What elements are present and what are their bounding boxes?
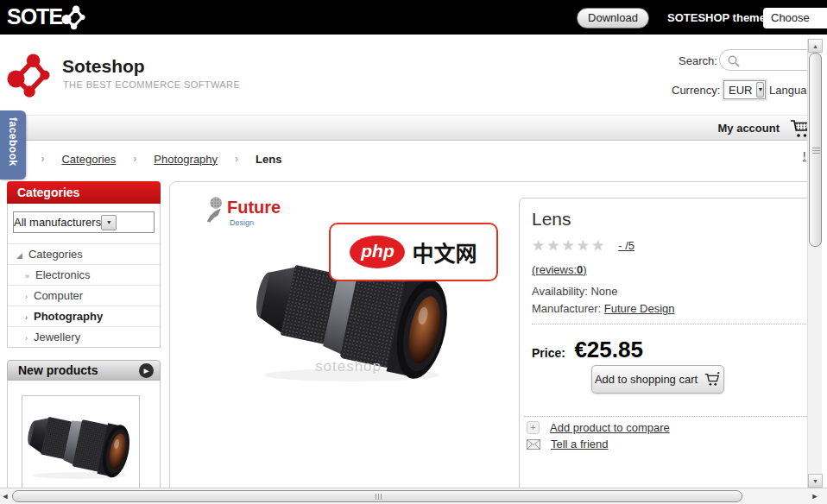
lens-thumbnail-image — [22, 396, 137, 493]
add-to-compare-link[interactable]: Add product to compare — [550, 421, 670, 434]
new-products-title: New products — [18, 363, 98, 377]
star-icon: ★ — [591, 236, 604, 255]
clipped-link-fragment[interactable]: ! — [803, 149, 806, 162]
star-icon: ★ — [577, 236, 590, 255]
tree-collapsed-icon: › — [25, 313, 28, 322]
envelope-icon — [527, 439, 540, 450]
chevron-down-icon[interactable]: ▼ — [101, 215, 117, 230]
breadcrumb-separator-icon: › — [133, 153, 136, 165]
tree-item-categories[interactable]: ◢Categories — [8, 243, 160, 264]
grip-line — [812, 153, 820, 154]
tree-item-computer[interactable]: ›Computer — [8, 285, 160, 306]
compare-row: + Add product to compare — [527, 421, 670, 434]
tree-item-photography[interactable]: ›Photography — [8, 306, 160, 326]
star-icon: ★ — [532, 236, 545, 255]
tree-expanded-icon: ◢ — [16, 251, 22, 260]
future-design-subtitle: Design — [230, 218, 254, 227]
add-to-cart-button[interactable]: Add to shopping cart — [591, 365, 724, 394]
tree-item-label: Photography — [34, 310, 103, 323]
currency-label: Currency: — [672, 84, 720, 97]
price-value: €25.85 — [574, 337, 643, 362]
tree-item-electronics[interactable]: »Electronics — [8, 264, 160, 285]
download-button[interactable]: Download — [577, 8, 649, 28]
breadcrumb-current: Lens — [256, 153, 281, 166]
categories-panel: All manufacturers ▼ ◢Categories »Electro… — [7, 204, 161, 348]
reviews-suffix: ) — [583, 263, 586, 276]
horizontal-scrollbar-thumb[interactable] — [12, 490, 742, 502]
tree-item-label: Computer — [34, 289, 83, 302]
tell-a-friend-link[interactable]: Tell a friend — [551, 438, 608, 450]
cart-icon — [704, 372, 721, 387]
theme-select[interactable]: Choose — [763, 8, 827, 28]
grip-line — [812, 148, 820, 148]
soteshop-logo-icon — [3, 47, 54, 104]
breadcrumb-photography[interactable]: Photography — [154, 153, 218, 166]
price-label: Price: — [532, 346, 565, 360]
future-design-title[interactable]: Future — [227, 198, 281, 217]
php-overlay-badge: php 中文网 — [329, 223, 498, 281]
manufacturers-value: All manufacturers — [14, 216, 101, 229]
scroll-up-icon[interactable]: ▲ — [808, 39, 823, 53]
brand-name: Soteshop — [62, 56, 145, 77]
grip-line — [381, 494, 382, 500]
scroll-right-icon[interactable]: ► — [810, 490, 820, 503]
manufacturers-select[interactable]: All manufacturers ▼ — [13, 211, 155, 233]
future-design-logo-icon — [205, 196, 225, 224]
main-nav-bar: My account — [0, 115, 827, 141]
reviews-prefix: (reviews: — [532, 263, 577, 276]
category-tree: ◢Categories »Electronics ›Computer ›Phot… — [8, 243, 160, 347]
search-icon — [727, 54, 741, 68]
breadcrumb-separator-icon: › — [41, 153, 44, 165]
reviews-link[interactable]: (reviews:0) — [532, 263, 587, 276]
theme-label: SOTESHOP theme — [667, 11, 766, 24]
new-products-panel — [7, 381, 161, 504]
vertical-scrollbar-thumb[interactable] — [809, 53, 822, 247]
grip-line — [376, 494, 376, 500]
tree-collapsed-icon: › — [25, 334, 28, 343]
vertical-scrollbar[interactable]: ▲ ▼ — [807, 39, 822, 488]
star-icon: ★ — [546, 236, 559, 255]
product-thumbnail[interactable] — [22, 395, 140, 501]
product-title: Lens — [532, 209, 827, 230]
chevron-down-icon[interactable]: ▼ — [756, 82, 764, 98]
manufacturer-link[interactable]: Future Design — [604, 302, 675, 315]
scroll-left-icon[interactable]: ◄ — [0, 490, 10, 503]
availability-row: Availability: None — [532, 285, 827, 298]
scroll-down-icon[interactable]: ▼ — [808, 474, 823, 488]
divider — [524, 416, 827, 417]
product-detail-panel: Future Design — [169, 181, 822, 502]
tree-item-jewellery[interactable]: ›Jewellery — [8, 326, 160, 347]
grip-line — [812, 150, 820, 151]
divider — [532, 324, 806, 324]
price-row: Price: €25.85 — [532, 337, 827, 363]
product-info-box: Lens ★ ★ ★ ★ ★ - /5 (reviews:0) Availabi… — [519, 198, 827, 502]
manufacturer-row: Manufacturer: Future Design — [532, 302, 827, 315]
php-logo-icon: php — [350, 236, 405, 268]
breadcrumb: Start › Categories › Photography › Lens … — [0, 141, 827, 177]
tree-collapsed-icon: » — [25, 272, 29, 280]
add-to-cart-label: Add to shopping cart — [595, 373, 698, 386]
soteshop-watermark: soteshop — [315, 358, 382, 375]
horizontal-scrollbar[interactable]: ◄ ► — [0, 488, 827, 504]
breadcrumb-separator-icon: › — [235, 153, 238, 165]
tree-item-label: Categories — [28, 248, 83, 261]
php-overlay-text: 中文网 — [412, 236, 477, 268]
facebook-label: facebook — [7, 117, 19, 167]
search-label: Search: — [679, 54, 717, 67]
my-account-link[interactable]: My account — [717, 122, 780, 135]
rating-row: ★ ★ ★ ★ ★ - /5 — [532, 236, 827, 255]
categories-panel-header: Categories — [7, 181, 161, 204]
tree-item-label: Electronics — [35, 268, 91, 281]
sote-molecule-icon — [54, 3, 92, 31]
tree-item-label: Jewellery — [34, 331, 80, 343]
currency-select[interactable]: EUR ▼ — [723, 80, 766, 99]
currency-value: EUR — [724, 84, 756, 97]
availability-label: Availability: — [532, 285, 588, 298]
star-icon: ★ — [562, 236, 575, 255]
availability-value: None — [590, 285, 617, 298]
facebook-tab[interactable]: facebook — [0, 110, 26, 180]
breadcrumb-categories[interactable]: Categories — [61, 153, 116, 166]
rating-link[interactable]: - /5 — [618, 239, 634, 252]
new-products-header: New products ▶ — [7, 360, 161, 381]
next-arrow-icon[interactable]: ▶ — [139, 363, 154, 378]
